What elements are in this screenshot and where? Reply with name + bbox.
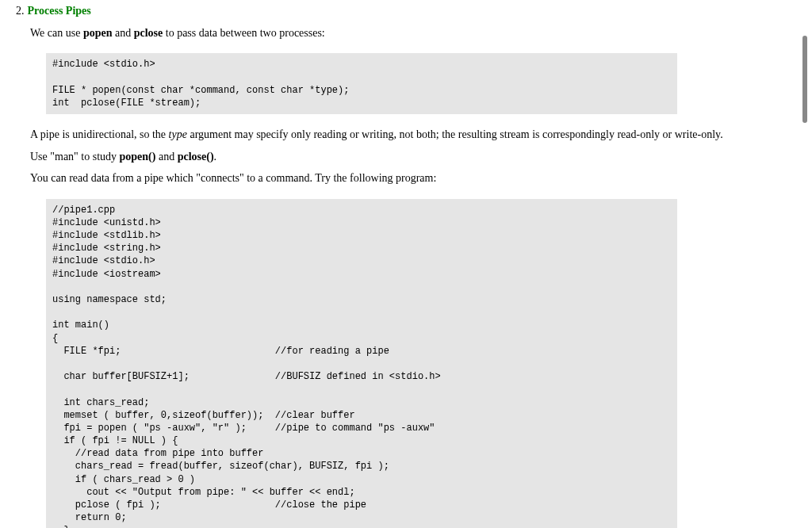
paragraph-unidirectional: A pipe is unidirectional, so the type ar… <box>30 127 796 143</box>
paragraph-intro: We can use popen and pclose to pass data… <box>30 25 796 41</box>
scrollbar-thumb[interactable] <box>802 36 807 123</box>
section-title: Process Pipes <box>28 5 91 17</box>
term-popen-fn: popen() <box>120 151 156 163</box>
paragraph-try: You can read data from a pipe which "con… <box>30 170 796 186</box>
term-pclose-fn: pclose() <box>178 151 214 163</box>
paragraph-man: Use "man" to study popen() and pclose(). <box>30 149 796 165</box>
term-pclose: pclose <box>134 27 163 39</box>
section-number: 2. <box>16 5 25 17</box>
term-popen: popen <box>83 27 113 39</box>
code-block-pipe1: //pipe1.cpp #include <unistd.h> #include… <box>46 199 677 528</box>
code-block-headers: #include <stdio.h> FILE * popen(const ch… <box>46 53 677 114</box>
section-heading: 2.Process Pipes <box>16 3 796 19</box>
term-type: type <box>169 128 187 140</box>
page-content: 2.Process Pipes We can use popen and pcl… <box>16 3 796 528</box>
section-body: We can use popen and pclose to pass data… <box>30 25 796 528</box>
